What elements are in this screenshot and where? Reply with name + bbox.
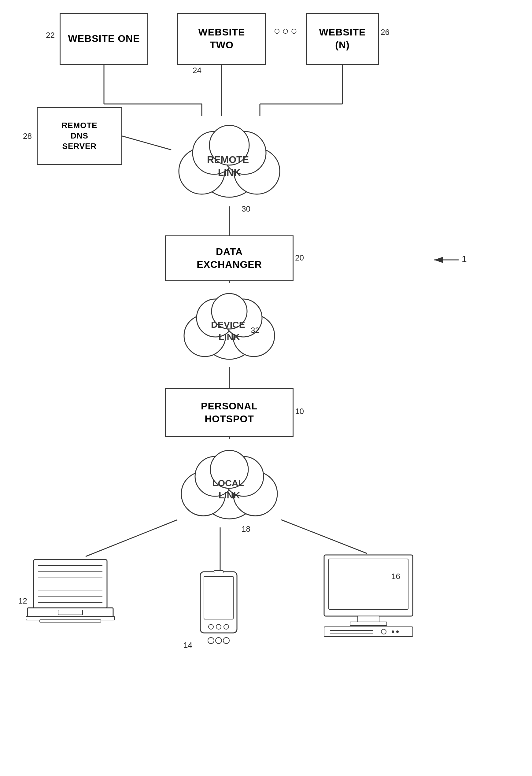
svg-rect-58 (214, 571, 223, 573)
label-12: 12 (18, 596, 27, 606)
label-28: 28 (23, 132, 32, 141)
svg-rect-60 (329, 559, 408, 609)
website-n-box: WEBSITE(N) (306, 13, 379, 65)
label-32: 32 (251, 326, 259, 335)
svg-point-66 (381, 629, 386, 634)
label-20: 20 (295, 253, 304, 263)
svg-line-15 (281, 520, 367, 553)
diagram: WEBSITE ONE 22 WEBSITETWO 24 ○○○ WEBSITE… (0, 0, 532, 776)
svg-rect-63 (324, 627, 413, 636)
website-n-label: WEBSITE(N) (319, 26, 366, 51)
svg-line-13 (85, 520, 177, 557)
personal-hotspot-box: PERSONALHOTSPOT (165, 388, 294, 437)
website-two-box: WEBSITETWO (177, 13, 266, 65)
label-24: 24 (193, 66, 201, 75)
label-26: 26 (381, 27, 389, 37)
local-link-cloud: LOCAL LINK (167, 437, 292, 531)
dots-label: ○○○ (274, 24, 299, 37)
data-exchanger-box: DATAEXCHANGER (165, 235, 294, 281)
svg-point-53 (216, 624, 221, 629)
label-10: 10 (295, 407, 304, 416)
data-exchanger-label: DATAEXCHANGER (197, 245, 262, 271)
website-one-label: WEBSITE ONE (68, 32, 140, 45)
label-18: 18 (241, 524, 250, 534)
svg-point-57 (223, 637, 229, 644)
desktop-icon (315, 553, 422, 639)
svg-point-56 (215, 637, 222, 644)
remote-dns-box: REMOTEDNSSERVER (37, 107, 122, 165)
svg-point-55 (208, 637, 214, 644)
remote-link-cloud: REMOTE LINK (162, 110, 297, 211)
website-one-box: WEBSITE ONE (60, 13, 148, 65)
device-link-cloud: DEVICE LINK (170, 281, 289, 370)
svg-rect-61 (358, 616, 379, 622)
label-22: 22 (46, 31, 55, 40)
laptop-icon (24, 557, 116, 630)
label-14: 14 (183, 640, 192, 650)
personal-hotspot-label: PERSONALHOTSPOT (201, 400, 258, 425)
svg-rect-51 (204, 576, 233, 619)
svg-point-67 (392, 630, 394, 633)
label-16: 16 (391, 572, 400, 581)
svg-point-52 (208, 624, 213, 629)
svg-rect-62 (350, 622, 387, 625)
svg-rect-49 (40, 620, 101, 622)
svg-point-54 (224, 624, 229, 629)
arrow-1-label: 1 (462, 254, 467, 264)
svg-point-68 (396, 630, 399, 633)
label-30: 30 (241, 204, 250, 214)
phone-icon (188, 570, 249, 651)
website-two-label: WEBSITETWO (198, 26, 245, 51)
svg-rect-47 (58, 610, 82, 615)
remote-dns-label: REMOTEDNSSERVER (61, 121, 97, 151)
